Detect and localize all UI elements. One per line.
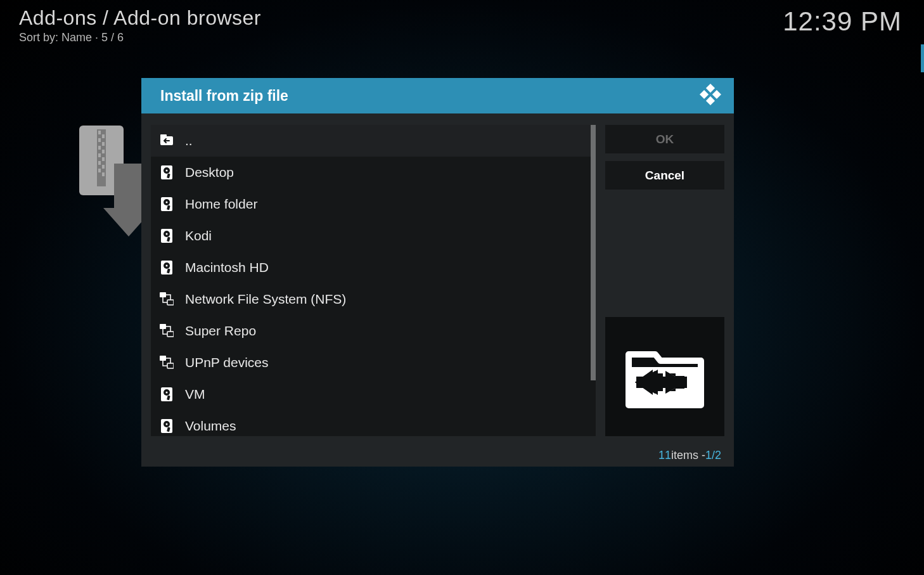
file-item[interactable]: VM [151, 378, 596, 410]
drive-icon [160, 261, 174, 275]
items-label: items - [671, 449, 705, 462]
drive-icon [160, 387, 174, 401]
file-list-scrollbar[interactable] [591, 125, 596, 380]
file-item-label: Desktop [185, 165, 234, 180]
file-item-label: Volumes [185, 418, 236, 434]
dialog-header: Install from zip file [141, 78, 734, 113]
file-item-label: .. [185, 133, 193, 148]
drive-icon [160, 165, 174, 179]
page-indicator: 1/2 [705, 449, 721, 462]
sort-info: Sort by: Name · 5 / 6 [19, 31, 261, 44]
svg-rect-13 [102, 172, 105, 176]
svg-rect-12 [98, 169, 101, 172]
svg-rect-8 [98, 153, 101, 157]
page-title: Add-ons / Add-on browser [19, 6, 261, 30]
svg-rect-14 [706, 84, 715, 93]
file-item-label: Network File System (NFS) [185, 292, 346, 307]
file-item[interactable]: Home folder [151, 188, 596, 220]
drive-icon [160, 229, 174, 243]
svg-rect-6 [98, 146, 101, 150]
file-item[interactable]: Desktop [151, 157, 596, 188]
file-item[interactable]: UPnP devices [151, 347, 596, 378]
svg-rect-11 [102, 165, 105, 169]
svg-rect-2 [98, 131, 101, 134]
svg-rect-7 [102, 150, 105, 153]
svg-rect-3 [102, 134, 105, 138]
network-icon [160, 292, 174, 306]
svg-rect-5 [102, 142, 105, 146]
cancel-button[interactable]: Cancel [605, 161, 724, 190]
file-item-label: VM [185, 387, 205, 402]
file-list[interactable]: ..DesktopHome folderKodiMacintosh HDNetw… [151, 125, 596, 436]
file-item-label: UPnP devices [185, 355, 269, 370]
svg-rect-10 [98, 161, 101, 165]
drive-icon [160, 419, 174, 433]
breadcrumb-header: Add-ons / Add-on browser Sort by: Name ·… [19, 6, 261, 44]
dialog-footer: 11 items - 1/2 [141, 444, 734, 467]
svg-rect-9 [102, 157, 105, 161]
file-item[interactable]: Macintosh HD [151, 252, 596, 283]
kodi-logo-icon [700, 84, 721, 108]
file-item-label: Home folder [185, 197, 257, 212]
ok-button[interactable]: OK [605, 125, 724, 153]
clock: 12:39 PM [783, 6, 902, 37]
dialog-title: Install from zip file [160, 87, 288, 105]
item-count: 11 [658, 449, 671, 462]
network-icon [160, 356, 174, 370]
svg-rect-15 [712, 90, 721, 99]
file-item-label: Macintosh HD [185, 260, 269, 275]
drive-icon [160, 197, 174, 211]
svg-rect-17 [706, 96, 715, 105]
file-item[interactable]: Volumes [151, 410, 596, 436]
svg-rect-16 [700, 90, 709, 99]
network-icon [160, 324, 174, 338]
preview-thumbnail [605, 317, 724, 436]
file-item[interactable]: Super Repo [151, 315, 596, 347]
folder-back-icon [160, 134, 174, 148]
file-item[interactable]: Kodi [151, 220, 596, 252]
file-item[interactable]: Network File System (NFS) [151, 283, 596, 315]
dialog-side-panel: OK Cancel [596, 113, 734, 444]
install-zip-dialog: Install from zip file ..DesktopHome fold… [141, 78, 734, 467]
svg-rect-4 [98, 138, 101, 142]
page-scroll-indicator[interactable] [921, 44, 924, 72]
file-item[interactable]: .. [151, 125, 596, 157]
file-item-label: Kodi [185, 228, 212, 243]
file-item-label: Super Repo [185, 323, 256, 339]
